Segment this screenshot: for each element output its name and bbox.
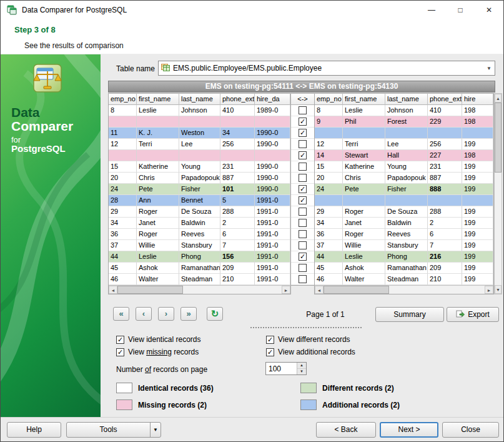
first-page-button[interactable]: «: [113, 307, 129, 321]
column-header-first_name[interactable]: first_name: [137, 94, 179, 105]
sync-checkbox[interactable]: ✓: [299, 253, 307, 261]
column-header-first_name[interactable]: first_name: [343, 94, 385, 105]
sync-checkbox[interactable]: ✓: [299, 118, 307, 126]
view-missing-checkbox[interactable]: ✓ View missing records: [116, 346, 266, 358]
grid-row[interactable]: 14StewartHall227198: [315, 150, 493, 161]
close-button[interactable]: Close: [442, 422, 499, 438]
grid-row[interactable]: 46WalterSteadman2101991-0: [109, 274, 290, 285]
grid-row[interactable]: 37WillieStansbury7199: [315, 240, 493, 251]
export-button[interactable]: Export: [447, 307, 499, 322]
back-button[interactable]: < Back: [316, 422, 376, 438]
grid-row[interactable]: 34JanetBaldwin21991-0: [109, 218, 290, 229]
sync-checkbox[interactable]: [299, 163, 307, 171]
grid-row[interactable]: 15KatherineYoung2311990-0: [109, 161, 290, 173]
grid-row[interactable]: [109, 150, 290, 161]
scroll-down-icon[interactable]: ▼: [495, 285, 502, 294]
grid-row[interactable]: 36RogerReeves61991-0: [109, 229, 290, 240]
sync-checkbox[interactable]: ✓: [299, 151, 307, 159]
grid-row[interactable]: 9PhilForest229198: [315, 116, 493, 128]
prev-page-button[interactable]: ‹: [136, 307, 152, 321]
vscroll-thumb[interactable]: [495, 103, 502, 173]
sync-checkbox[interactable]: [299, 230, 307, 238]
summary-button[interactable]: Summary: [375, 307, 444, 322]
spin-down-icon[interactable]: ▼: [297, 369, 306, 374]
scroll-left-icon[interactable]: ◄: [109, 286, 117, 294]
scroll-up-icon[interactable]: ▲: [495, 94, 502, 103]
grid-row[interactable]: 45AshokRamanathan209199: [315, 263, 493, 274]
grid-row[interactable]: 12TerriLee2561990-0: [109, 139, 290, 150]
grid-row[interactable]: 29RogerDe Souza288199: [315, 206, 493, 218]
view-additional-checkbox[interactable]: ✓ View additional records: [266, 346, 355, 358]
grid-row[interactable]: 34JanetBaldwin2199: [315, 218, 493, 229]
grid-row[interactable]: 28AnnBennet51991-0: [109, 195, 290, 206]
next-button[interactable]: Next >: [380, 422, 438, 438]
help-button[interactable]: Help: [7, 422, 61, 438]
maximize-icon[interactable]: □: [446, 1, 475, 19]
minimize-icon[interactable]: —: [417, 1, 446, 19]
column-header-hire_da[interactable]: hire_da: [255, 94, 290, 105]
checkbox-icon[interactable]: ✓: [116, 348, 124, 356]
source-grid-hscrollbar[interactable]: ◄ ►: [109, 285, 290, 294]
next-page-button[interactable]: ›: [158, 307, 174, 321]
sync-checkbox[interactable]: ✓: [299, 185, 307, 193]
checkbox-icon[interactable]: ✓: [116, 336, 124, 344]
sync-checkbox[interactable]: [299, 219, 307, 227]
tools-dropdown-icon[interactable]: ▼: [150, 423, 161, 437]
grid-row[interactable]: [315, 128, 493, 139]
grid-vscrollbar[interactable]: ▲ ▼: [494, 93, 502, 294]
grid-row[interactable]: 8LeslieJohnson410198: [315, 105, 493, 116]
grid-row[interactable]: 20ChrisPapadopouk8871990-0: [109, 173, 290, 184]
view-identical-checkbox[interactable]: ✓ View identical records: [116, 333, 266, 346]
grid-row[interactable]: 46WalterSteadman210199: [315, 274, 493, 285]
grid-row[interactable]: 29RogerDe Souza2881991-0: [109, 206, 290, 218]
table-name-select[interactable]: EMS.public.Employee/EMS.public.Employee …: [158, 61, 495, 76]
column-header-phone_ext[interactable]: phone_ext: [428, 94, 462, 105]
scroll-right-icon[interactable]: ►: [282, 286, 290, 294]
checkbox-icon[interactable]: ✓: [266, 336, 274, 344]
spin-up-icon[interactable]: ▲: [297, 363, 306, 369]
grid-row[interactable]: 45AshokRamanathan2091991-0: [109, 263, 290, 274]
tools-button[interactable]: Tools ▼: [66, 422, 161, 438]
view-different-checkbox[interactable]: ✓ View different records: [266, 333, 355, 346]
close-icon[interactable]: ✕: [475, 1, 503, 19]
grid-row[interactable]: 44LesliePhong216199: [315, 251, 493, 263]
grid-row[interactable]: 44LesliePhong1561991-0: [109, 251, 290, 263]
column-header-emp_no[interactable]: emp_no: [315, 94, 343, 105]
grid-row[interactable]: 12TerriLee256199: [315, 139, 493, 150]
grid-row[interactable]: [315, 195, 493, 206]
sync-checkbox[interactable]: ✓: [299, 129, 307, 137]
checkbox-icon[interactable]: ✓: [266, 348, 274, 356]
grid-row[interactable]: 37WillieStansbury71991-0: [109, 240, 290, 251]
grid-row[interactable]: 24PeteFisher1011990-0: [109, 184, 290, 195]
refresh-button[interactable]: ↻: [207, 307, 223, 321]
scroll-left-icon[interactable]: ◄: [315, 286, 324, 294]
column-header-hire[interactable]: hire: [462, 94, 493, 105]
records-per-page-stepper[interactable]: ▲ ▼: [265, 362, 307, 375]
sync-checkbox[interactable]: [299, 208, 307, 216]
grid-row[interactable]: 24PeteFisher888199: [315, 184, 493, 195]
sync-checkbox[interactable]: [299, 106, 307, 114]
sync-checkbox[interactable]: [299, 275, 307, 283]
grid-row[interactable]: 11K. J.Weston341990-0: [109, 128, 290, 139]
sync-checkbox[interactable]: [299, 140, 307, 148]
sync-checkbox[interactable]: [299, 264, 307, 272]
target-grid-hscrollbar[interactable]: ◄ ►: [315, 285, 493, 294]
grid-row[interactable]: [109, 116, 290, 128]
sync-checkbox[interactable]: ✓: [299, 196, 307, 204]
grid-row[interactable]: 8LeslieJohnson4101989-0: [109, 105, 290, 116]
sync-checkbox[interactable]: [299, 174, 307, 182]
hscroll-thumb[interactable]: [117, 286, 183, 294]
grid-row[interactable]: 36RogerReeves6199: [315, 229, 493, 240]
column-header-last_name[interactable]: last_name: [179, 94, 220, 105]
grid-row[interactable]: 20ChrisPapadopouk887199: [315, 173, 493, 184]
column-header-last_name[interactable]: last_name: [385, 94, 428, 105]
last-page-button[interactable]: »: [180, 307, 197, 321]
column-header-phone_ext[interactable]: phone_ext: [220, 94, 255, 105]
sync-checkbox[interactable]: [299, 241, 307, 249]
grid-row[interactable]: 15KatherineYoung231199: [315, 161, 493, 173]
scroll-right-icon[interactable]: ►: [485, 286, 493, 294]
chevron-down-icon[interactable]: ▼: [483, 66, 495, 71]
records-per-page-input[interactable]: [266, 363, 297, 374]
column-header-emp_no[interactable]: emp_no: [109, 94, 137, 105]
hscroll-thumb[interactable]: [324, 286, 389, 294]
